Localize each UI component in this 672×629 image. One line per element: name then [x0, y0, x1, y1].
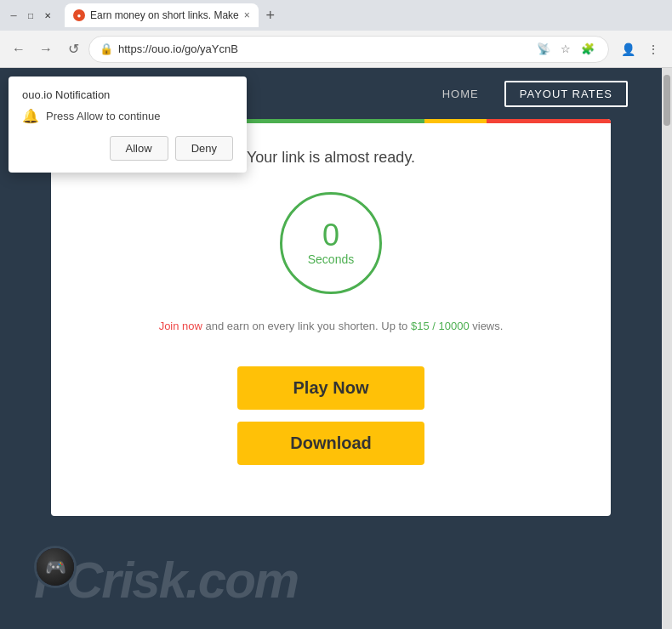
ready-text: Your link is almost ready.: [247, 149, 415, 167]
timer-circle: 0 Seconds: [280, 192, 382, 294]
menu-button[interactable]: ⋮: [641, 37, 665, 61]
join-after-text: views.: [470, 320, 504, 332]
page-area: ouo.io Notification 🔔 Press Allow to con…: [0, 68, 672, 629]
refresh-button[interactable]: ↺: [61, 37, 85, 61]
extension-icon[interactable]: 🧩: [578, 39, 598, 60]
tab-title: Earn money on short links. Make: [90, 9, 239, 21]
scrollbar-thumb[interactable]: [663, 75, 670, 126]
pcrisk-area: 🎮 PCrisk.com: [0, 533, 662, 601]
new-tab-button[interactable]: +: [259, 3, 282, 27]
join-text: Join now and earn on every link you shor…: [159, 320, 504, 332]
address-bar: ← → ↺ 🔒 https://ouo.io/go/yaYcnB 📡 ☆ 🧩 👤…: [0, 31, 672, 68]
tab-favicon: ●: [73, 9, 85, 21]
notification-text: Press Allow to continue: [46, 110, 160, 122]
rate-link[interactable]: $15 / 10000: [411, 320, 470, 332]
progress-red: [487, 119, 611, 123]
bell-icon: 🔔: [22, 108, 39, 124]
page-content: ouo.io Notification 🔔 Press Allow to con…: [0, 68, 662, 629]
pcrisk-icon: 🎮: [34, 546, 77, 588]
join-now-link[interactable]: Join now: [159, 320, 202, 332]
maximize-button[interactable]: □: [24, 8, 37, 22]
timer-label: Seconds: [308, 252, 354, 266]
nav-payout-link[interactable]: PAYOUT RATES: [504, 81, 628, 107]
cast-icon[interactable]: 📡: [533, 39, 554, 60]
nav-home-link[interactable]: HOME: [442, 88, 479, 100]
deny-button[interactable]: Deny: [175, 136, 233, 161]
notification-popup: ouo.io Notification 🔔 Press Allow to con…: [9, 76, 247, 173]
url-actions: 📡 ☆ 🧩: [533, 39, 598, 60]
window-controls: ─ □ ✕: [7, 8, 54, 22]
url-text: https://ouo.io/go/yaYcnB: [118, 42, 528, 55]
scrollbar[interactable]: [662, 68, 672, 629]
progress-yellow: [424, 119, 487, 123]
bookmark-icon[interactable]: ☆: [555, 39, 576, 60]
tab-close-icon[interactable]: ×: [244, 9, 250, 21]
back-button[interactable]: ←: [7, 37, 31, 61]
main-card: Your link is almost ready. 0 Seconds Joi…: [51, 119, 611, 516]
tab-bar: ● Earn money on short links. Make × +: [65, 3, 665, 27]
card-content: Your link is almost ready. 0 Seconds Joi…: [51, 123, 611, 490]
download-button[interactable]: Download: [237, 422, 424, 465]
close-button[interactable]: ✕: [41, 8, 54, 22]
notification-title: ouo.io Notification: [22, 88, 233, 101]
title-bar: ─ □ ✕ ● Earn money on short links. Make …: [0, 0, 672, 31]
browser-frame: ─ □ ✕ ● Earn money on short links. Make …: [0, 0, 672, 629]
play-now-button[interactable]: Play Now: [237, 366, 424, 410]
active-tab[interactable]: ● Earn money on short links. Make ×: [65, 3, 259, 27]
browser-actions: 👤 ⋮: [616, 37, 665, 61]
allow-button[interactable]: Allow: [110, 136, 168, 161]
url-bar[interactable]: 🔒 https://ouo.io/go/yaYcnB 📡 ☆ 🧩: [88, 36, 609, 63]
pcrisk-avatar: 🎮: [37, 548, 74, 586]
forward-button[interactable]: →: [34, 37, 58, 61]
minimize-button[interactable]: ─: [7, 8, 20, 22]
join-middle-text: and earn on every link you shorten. Up t…: [202, 320, 411, 332]
notification-buttons: Allow Deny: [22, 136, 233, 161]
timer-number: 0: [322, 220, 339, 251]
security-lock-icon: 🔒: [100, 42, 113, 55]
notification-message: 🔔 Press Allow to continue: [22, 108, 233, 124]
profile-button[interactable]: 👤: [616, 37, 640, 61]
